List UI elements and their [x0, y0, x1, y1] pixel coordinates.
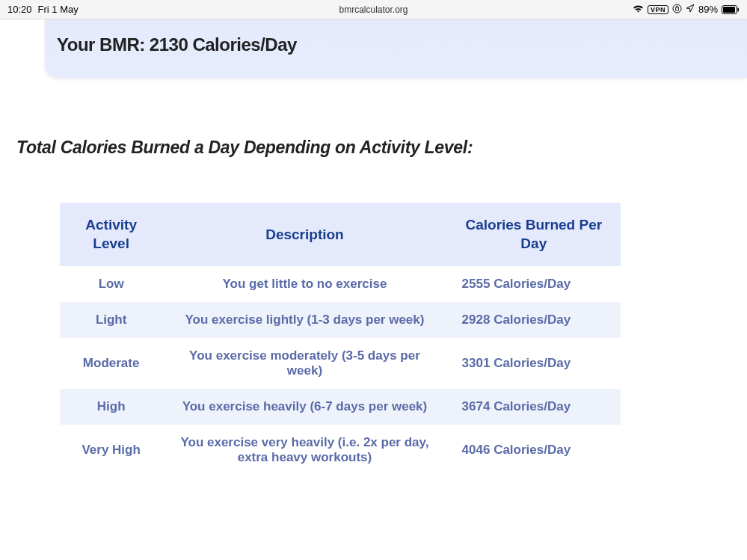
cell-level: Very High [60, 425, 162, 476]
status-left: 10:20 Fri 1 May [7, 4, 79, 15]
vpn-badge: VPN [648, 5, 668, 14]
status-right: VPN 89% [633, 4, 740, 16]
cell-description: You get little to no exercise [162, 266, 446, 302]
orientation-lock-icon [672, 4, 682, 16]
cell-calories: 2928 Calories/Day [447, 302, 621, 338]
header-activity-level: Activity Level [60, 203, 162, 266]
bmr-result-title: Your BMR: 2130 Calories/Day [57, 34, 747, 55]
table-row: Low You get little to no exercise 2555 C… [60, 266, 621, 302]
cell-calories: 3301 Calories/Day [447, 338, 621, 389]
table-row: High You exercise heavily (6-7 days per … [60, 389, 621, 425]
battery-icon [722, 5, 740, 14]
cell-level: Light [60, 302, 162, 338]
svg-rect-3 [738, 7, 740, 11]
cell-description: You exercise lightly (1-3 days per week) [162, 302, 446, 338]
cell-level: Low [60, 266, 162, 302]
header-calories: Calories Burned Per Day [447, 203, 621, 266]
status-time: 10:20 [7, 4, 32, 15]
browser-url[interactable]: bmrcalculator.org [339, 4, 408, 15]
wifi-icon [633, 5, 644, 13]
cell-calories: 2555 Calories/Day [447, 266, 621, 302]
page-content: Your BMR: 2130 Calories/Day Total Calori… [0, 19, 747, 476]
cell-description: You exercise heavily (6-7 days per week) [162, 389, 446, 425]
table-row: Moderate You exercise moderately (3-5 da… [60, 338, 621, 389]
table-header-row: Activity Level Description Calories Burn… [60, 203, 621, 266]
table-row: Light You exercise lightly (1-3 days per… [60, 302, 621, 338]
table-row: Very High You exercise very heavily (i.e… [60, 425, 621, 476]
location-icon [686, 4, 695, 15]
cell-level: High [60, 389, 162, 425]
svg-rect-2 [723, 7, 735, 13]
ios-status-bar: 10:20 Fri 1 May bmrcalculator.org VPN 89… [0, 0, 747, 19]
header-description: Description [162, 203, 446, 266]
cell-calories: 3674 Calories/Day [447, 389, 621, 425]
activity-level-table: Activity Level Description Calories Burn… [60, 203, 621, 476]
battery-percent: 89% [698, 4, 718, 15]
cell-level: Moderate [60, 338, 162, 389]
cell-description: You exercise moderately (3-5 days per we… [162, 338, 446, 389]
status-date: Fri 1 May [38, 4, 79, 15]
cell-description: You exercise very heavily (i.e. 2x per d… [162, 425, 446, 476]
bmr-result-banner: Your BMR: 2130 Calories/Day [45, 19, 747, 78]
activity-section-heading: Total Calories Burned a Day Depending on… [16, 138, 747, 158]
cell-calories: 4046 Calories/Day [447, 425, 621, 476]
